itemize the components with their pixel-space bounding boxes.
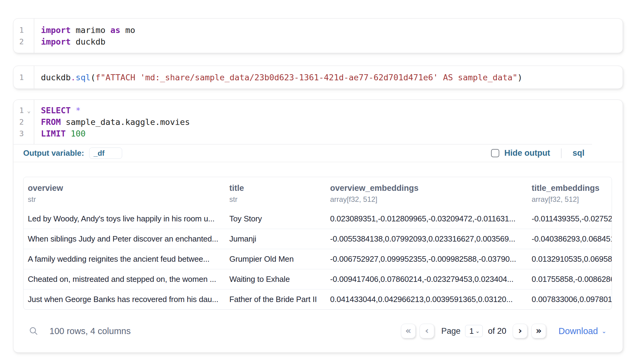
table-cell: A family wedding reignites the ancient f… — [24, 249, 225, 269]
code-line[interactable]: duckdb.sql(f"ATTACH 'md:_share/sample_da… — [34, 72, 623, 83]
chevron-down-icon: ⌄ — [475, 328, 480, 334]
sql-cell-toolbar: Output variable: Hide output sql — [13, 144, 623, 162]
output-variable-input[interactable] — [89, 147, 122, 159]
code-editor[interactable]: 1⌄23SELECT *FROM sample_data.kaggle.movi… — [13, 100, 623, 144]
table-row[interactable]: When siblings Judy and Peter discover an… — [24, 229, 612, 249]
code-cell-attach[interactable]: 1duckdb.sql(f"ATTACH 'md:_share/sample_d… — [13, 66, 623, 89]
column-name: overview_embeddings — [330, 184, 523, 193]
code-line[interactable]: import marimo as mo — [34, 24, 623, 36]
table-row[interactable]: Led by Woody, Andy's toys live happily i… — [24, 209, 612, 229]
table-cell: -0.040386293,0.0684513 — [527, 229, 612, 249]
table-cell: -0.006752927,0.099952355,-0.009982588,-0… — [326, 249, 527, 269]
chevron-down-icon: ⌄ — [602, 328, 606, 335]
table-body: Led by Woody, Andy's toys live happily i… — [24, 209, 612, 309]
table-cell: Grumpier Old Men — [225, 249, 326, 269]
cell-bottom-padding — [13, 340, 623, 352]
table-cell: Toy Story — [225, 209, 326, 229]
line-number: 2 — [13, 36, 24, 48]
notebook: 12import marimo as moimport duckdb 1duck… — [0, 0, 637, 353]
line-number: 3 — [13, 128, 24, 140]
hide-output-checkbox[interactable] — [491, 149, 499, 157]
table-row[interactable]: Cheated on, mistreated and stepped on, t… — [24, 269, 612, 289]
code-line[interactable]: LIMIT 100 — [34, 128, 623, 140]
download-label: Download — [559, 326, 598, 336]
table-cell: 0.041433044,0.042966213,0.0039591365,0.0… — [326, 289, 527, 309]
table-cell: Jumanji — [225, 229, 326, 249]
line-number-gutter: 1 — [13, 66, 34, 89]
code-cell-imports[interactable]: 12import marimo as moimport duckdb — [13, 18, 623, 53]
table-cell: Cheated on, mistreated and stepped on, t… — [24, 269, 225, 289]
table-cell: Father of the Bride Part II — [225, 289, 326, 309]
prev-page-button[interactable]: ‹ — [420, 324, 434, 338]
next-page-button[interactable]: › — [513, 324, 527, 338]
page-select[interactable]: 1 ⌄ — [465, 325, 483, 337]
table-cell: 0.0132910535,0.069583 — [527, 249, 612, 269]
table-footer: 100 rows, 4 columns « ‹ Page 1 ⌄ of 20 › — [13, 322, 623, 340]
chevrons-right-icon: » — [536, 325, 541, 336]
table-cell: 0.01755858,-0.00862865 — [527, 269, 612, 289]
table-cell: -0.0055384138,0.07992093,0.023316627,0.0… — [326, 229, 527, 249]
code-line[interactable]: import duckdb — [34, 36, 623, 48]
column-name: title_embeddings — [532, 184, 607, 193]
page-select-value: 1 — [469, 326, 475, 336]
table-cell: Just when George Banks has recovered fro… — [24, 289, 225, 309]
column-type: array[f32, 512] — [532, 195, 607, 204]
column-name: overview — [28, 184, 221, 193]
table-row[interactable]: Just when George Banks has recovered fro… — [24, 289, 612, 309]
table-cell: -0.009417406,0.07860214,-0.023279453,0.0… — [326, 269, 527, 289]
column-header-overview_embeddings[interactable]: overview_embeddingsarray[f32, 512] — [326, 177, 527, 209]
table-cell: 0.023089351,-0.012809965,-0.03209472,-0.… — [326, 209, 527, 229]
fold-chevron-icon[interactable]: ⌄ — [24, 105, 34, 116]
result-table: overviewstrtitlestroverview_embeddingsar… — [23, 177, 612, 310]
table-cell: When siblings Judy and Peter discover an… — [24, 229, 225, 249]
column-type: array[f32, 512] — [330, 195, 523, 204]
code-line[interactable]: FROM sample_data.kaggle.movies — [34, 116, 623, 128]
table-cell: Waiting to Exhale — [225, 269, 326, 289]
download-button[interactable]: Download ⌄ — [559, 326, 606, 336]
sql-query-cell: 1⌄23SELECT *FROM sample_data.kaggle.movi… — [13, 100, 623, 353]
line-number-gutter: 1⌄23 — [13, 100, 34, 144]
code-editor[interactable]: 12import marimo as moimport duckdb — [13, 19, 623, 53]
table-cell: Led by Woody, Andy's toys live happily i… — [24, 209, 225, 229]
line-number: 1 — [13, 105, 24, 116]
column-header-title[interactable]: titlestr — [225, 177, 326, 209]
code-editor[interactable]: 1duckdb.sql(f"ATTACH 'md:_share/sample_d… — [13, 66, 623, 89]
chevron-right-icon: › — [518, 325, 522, 336]
table-header-row: overviewstrtitlestroverview_embeddingsar… — [24, 177, 612, 209]
hide-output-label[interactable]: Hide output — [504, 148, 550, 158]
table-cell: -0.011439355,-0.0275222 — [527, 209, 612, 229]
column-header-title_embeddings[interactable]: title_embeddingsarray[f32, 512] — [527, 177, 612, 209]
first-page-button[interactable]: « — [401, 324, 416, 338]
column-header-overview[interactable]: overviewstr — [24, 177, 225, 209]
page-label: Page — [441, 326, 460, 336]
table-summary: 100 rows, 4 columns — [49, 326, 131, 336]
column-name: title — [229, 184, 322, 193]
table-cell: 0.007833006,0.0978014 — [527, 289, 612, 309]
table-row[interactable]: A family wedding reignites the ancient f… — [24, 249, 612, 269]
output-variable-label: Output variable: — [23, 148, 84, 158]
line-number-gutter: 12 — [13, 19, 34, 53]
column-type: str — [28, 195, 221, 204]
language-badge[interactable]: sql — [573, 148, 584, 158]
chevrons-left-icon: « — [405, 325, 411, 336]
search-icon[interactable] — [29, 326, 38, 336]
pagination: « ‹ Page 1 ⌄ of 20 › » Download — [401, 324, 606, 338]
line-number: 1 — [13, 72, 24, 83]
column-type: str — [229, 195, 322, 204]
chevron-left-icon: ‹ — [425, 325, 429, 336]
last-page-button[interactable]: » — [531, 324, 546, 338]
line-number: 1 — [13, 24, 24, 36]
toolbar-separator — [561, 148, 562, 158]
page-total-label: of 20 — [488, 326, 506, 336]
code-line[interactable]: SELECT * — [34, 105, 623, 116]
line-number: 2 — [13, 116, 24, 128]
